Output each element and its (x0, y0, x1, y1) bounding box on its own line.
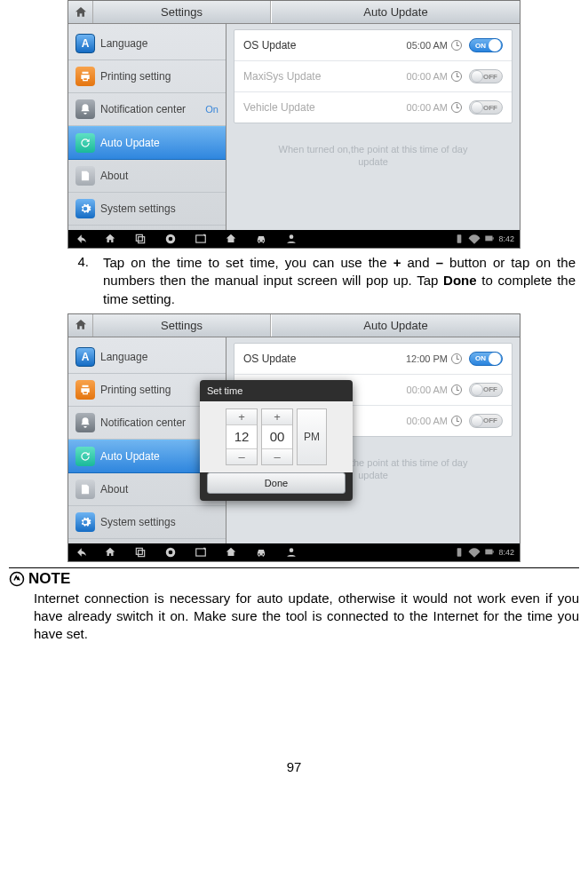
svg-point-14 (290, 548, 294, 552)
header-right-title: Auto Update (271, 1, 520, 23)
sidebar-item-label: Notification center (100, 103, 186, 115)
sidebar-item-about[interactable]: About (68, 160, 226, 193)
recent-icon[interactable] (134, 233, 147, 245)
note-block: NOTE Internet connection is necessary fo… (9, 567, 579, 644)
home-nav-icon[interactable] (104, 233, 116, 245)
clock-text: 8:42 (498, 548, 514, 557)
minute-value[interactable]: 00 (262, 425, 292, 448)
document-icon (75, 480, 95, 499)
status-area: 8:42 (453, 546, 514, 559)
screenshot-2: Settings Auto Update ALanguage Printing … (68, 313, 520, 562)
sidebar-item-language[interactable]: ALanguage (68, 28, 226, 60)
sidebar-item-system-settings[interactable]: System settings (68, 506, 226, 539)
sidebar-item-auto-update[interactable]: Auto Update (68, 126, 226, 160)
chrome-icon[interactable] (164, 233, 177, 245)
car-icon[interactable] (255, 233, 267, 245)
header-left-title: Settings (93, 1, 271, 23)
row-time[interactable]: 00:00 AM (407, 384, 448, 395)
screenshot-icon[interactable] (195, 233, 207, 245)
printer-icon (75, 380, 95, 400)
screenshot-icon[interactable] (195, 546, 207, 559)
svg-rect-9 (136, 548, 142, 554)
home-icon[interactable] (68, 1, 93, 23)
sidebar-item-language[interactable]: ALanguage (68, 341, 226, 374)
toggle-off[interactable]: OFF (469, 414, 503, 428)
document-icon (75, 166, 95, 186)
toggle-off[interactable]: OFF (469, 69, 503, 83)
hint-text: When turned on,the point at this time of… (234, 143, 513, 169)
page-number: 97 (9, 759, 579, 774)
toggle-on[interactable]: ON (469, 352, 503, 366)
toggle-off[interactable]: OFF (469, 383, 503, 397)
svg-rect-15 (457, 548, 462, 556)
profile-icon[interactable] (285, 546, 298, 559)
sidebar-item-system-settings[interactable]: System settings (68, 193, 226, 226)
row-time[interactable]: 00:00 AM (407, 71, 448, 82)
svg-rect-4 (196, 235, 206, 242)
profile-icon[interactable] (285, 233, 298, 245)
status-area: 8:42 (453, 233, 514, 245)
hour-minus-button[interactable]: – (226, 448, 257, 464)
svg-point-5 (290, 234, 294, 239)
row-label: Vehicle Update (243, 101, 407, 114)
svg-rect-17 (493, 551, 494, 552)
step-text: Tap on the time to set time, you can use… (103, 254, 579, 308)
sidebar-item-label: Auto Update (100, 450, 160, 463)
header-left-title: Settings (93, 314, 271, 337)
clock-icon (451, 40, 462, 51)
svg-rect-8 (493, 237, 494, 239)
sidebar-item-label: Auto Update (100, 137, 160, 149)
recent-icon[interactable] (134, 546, 147, 559)
diag-icon[interactable] (225, 233, 237, 245)
sidebar-item-notifications[interactable]: Notification centerOn (68, 93, 226, 126)
row-os-update[interactable]: OS Update05:00 AMON (234, 30, 512, 61)
row-os-update[interactable]: OS Update12:00 PMON (234, 344, 512, 375)
sidebar-item-label: System settings (100, 516, 176, 528)
language-icon: A (75, 34, 95, 53)
row-time[interactable]: 00:00 AM (407, 416, 448, 426)
clock-icon (451, 384, 462, 395)
done-button[interactable]: Done (207, 472, 346, 494)
home-icon[interactable] (68, 314, 93, 337)
row-label: OS Update (243, 39, 407, 52)
refresh-icon (75, 447, 95, 466)
sidebar-item-printing[interactable]: Printing setting (68, 60, 226, 93)
language-icon: A (75, 347, 95, 367)
clock-icon (451, 353, 462, 364)
toggle-off[interactable]: OFF (469, 100, 503, 115)
gear-icon (75, 199, 95, 218)
back-icon[interactable] (74, 546, 86, 559)
chrome-icon[interactable] (164, 546, 177, 559)
note-icon (9, 571, 25, 587)
back-icon[interactable] (74, 233, 86, 245)
svg-rect-7 (486, 236, 493, 242)
row-time[interactable]: 05:00 AM (407, 40, 448, 51)
car-icon[interactable] (255, 546, 267, 559)
diag-icon[interactable] (225, 546, 237, 559)
row-maxisys-update[interactable]: MaxiSys Update00:00 AMOFF (234, 61, 512, 92)
dialog-title: Set time (200, 380, 353, 401)
minute-minus-button[interactable]: – (262, 448, 292, 464)
minute-spinner: + 00 – (261, 408, 293, 465)
sidebar-item-label: Language (100, 37, 147, 50)
sidebar-item-label: Language (100, 351, 147, 363)
sidebar-badge: On (205, 104, 219, 115)
row-time[interactable]: 12:00 PM (406, 353, 448, 364)
ampm-toggle[interactable]: PM (297, 408, 327, 465)
note-text: Internet connection is necessary for aut… (34, 590, 579, 644)
content-pane: OS Update05:00 AMON MaxiSys Update00:00 … (226, 24, 520, 230)
home-nav-icon[interactable] (104, 546, 116, 559)
toggle-on[interactable]: ON (469, 38, 503, 52)
row-time[interactable]: 00:00 AM (407, 102, 448, 113)
hour-plus-button[interactable]: + (226, 409, 257, 425)
clock-icon (451, 102, 462, 113)
svg-rect-13 (196, 549, 206, 556)
hour-value[interactable]: 12 (226, 425, 257, 448)
sidebar-item-label: Notification center (100, 416, 186, 429)
minute-plus-button[interactable]: + (262, 409, 292, 425)
bottom-nav: 8:42 (68, 230, 520, 248)
clock-text: 8:42 (498, 234, 514, 243)
row-vehicle-update[interactable]: Vehicle Update00:00 AMOFF (234, 92, 512, 123)
svg-rect-6 (457, 234, 462, 242)
row-label: OS Update (243, 353, 406, 365)
